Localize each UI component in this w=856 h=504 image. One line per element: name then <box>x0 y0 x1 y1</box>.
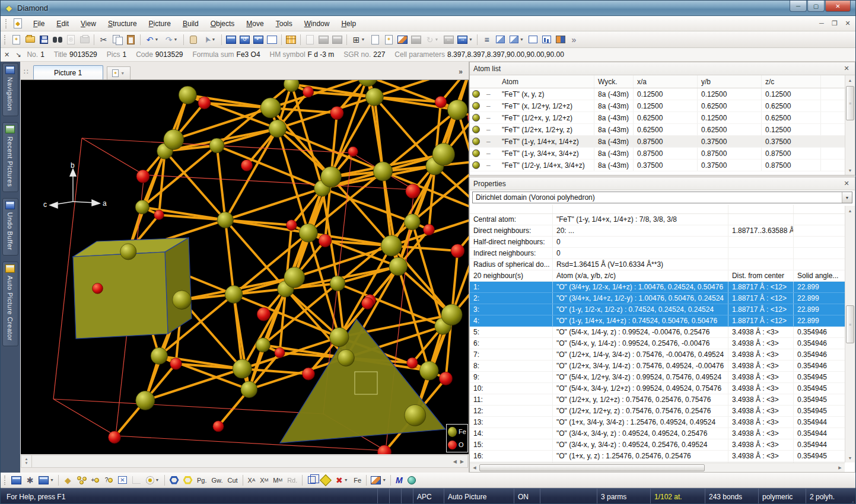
diagram-bars-icon[interactable] <box>540 33 553 46</box>
title-bar[interactable]: ◆ Diamond ─ ▢ ✕ <box>1 1 855 16</box>
goto-record-icon[interactable]: ↘ <box>15 51 21 59</box>
picture-dialog-icon[interactable] <box>9 474 23 487</box>
export-sheet-icon[interactable] <box>330 33 344 46</box>
pointer-select-icon[interactable]: ➤▼ <box>200 33 219 46</box>
close-button[interactable]: ✕ <box>825 1 851 12</box>
print-icon[interactable] <box>78 33 91 46</box>
angle-monitor-icon[interactable]: △ <box>526 33 540 46</box>
menu-build[interactable]: Build <box>177 17 205 30</box>
neighbor-row[interactable]: 10:"O" (5/4-x, 3/4-y, 1/2+z) : 0.99524, … <box>470 383 845 394</box>
scroll-updown-buttons[interactable]: ▲▼ <box>21 455 32 467</box>
neighbor-row[interactable]: 13:"O" (1+x, 3/4-y, 3/4-z) : 1.25476, 0.… <box>470 417 845 428</box>
atom-row[interactable]: –"FeT" (1/2+x, 1/2+y, z)8a (-43m)0.62500… <box>470 124 855 136</box>
save-icon[interactable] <box>37 33 50 46</box>
picture-revert-icon[interactable]: ↶ <box>252 33 265 46</box>
export-picture-icon[interactable]: →▼ <box>456 33 475 46</box>
print-preview-icon[interactable]: ◎ <box>64 33 78 46</box>
color-table-icon[interactable] <box>553 33 567 46</box>
growth-label-icon[interactable]: Gw. <box>209 474 225 487</box>
property-row[interactable]: Indirect neighbours:0 <box>470 248 845 259</box>
blank-picture-icon[interactable] <box>368 33 382 46</box>
atom-list-scrollbar[interactable]: ▲ ≡ ▼ <box>845 75 855 175</box>
bottom-toolbar-grip[interactable] <box>4 476 7 485</box>
coordination-sphere-icon[interactable]: ▼ <box>143 474 162 487</box>
connect-lattice-icon[interactable] <box>116 474 129 487</box>
xa-label-icon[interactable]: XA <box>246 474 258 487</box>
menu-move[interactable]: Move <box>240 17 269 30</box>
property-row[interactable]: Half-direct neighbours:0 <box>470 237 845 248</box>
properties-hscrollbar[interactable]: ◀ ▶ <box>470 462 845 472</box>
neighbor-row[interactable]: 5:"O" (5/4-x, 1/4-y, z) : 0.99524, -0.00… <box>470 327 845 338</box>
build-wizard-icon[interactable]: ✱ <box>23 474 37 487</box>
new-document-icon[interactable]: ✶ <box>9 33 23 46</box>
properties-scrollbar[interactable]: ▲ ≡ ▼ <box>845 206 855 462</box>
cut-label-icon[interactable]: Cut <box>225 474 240 487</box>
navigation-panel-icon[interactable] <box>224 33 238 46</box>
toolbar-overflow-icon[interactable]: » <box>567 33 581 46</box>
menu-tools[interactable]: Tools <box>270 17 298 30</box>
neighbor-row[interactable]: 4:"O" (1-y, 1/4+x, 1/4+z) : 0.74524, 0.5… <box>470 315 845 327</box>
add-atom-icon[interactable]: + <box>88 474 102 487</box>
list-view-icon[interactable]: ≡ <box>480 33 494 46</box>
tab-grid-icon[interactable]: ∷ <box>24 68 28 76</box>
render-shaded-icon[interactable]: ▼ <box>507 33 526 46</box>
scroll-leftright-buttons[interactable]: ◀▶ <box>453 459 467 464</box>
menu-grip[interactable] <box>5 19 8 28</box>
picture-clock-icon[interactable]: ↻▼ <box>423 33 442 46</box>
paste-icon[interactable] <box>124 33 138 46</box>
neighbor-table-header[interactable]: 20 neighbour(s) Atom (x/a, y/b, z/c) Dis… <box>470 270 845 282</box>
neighbor-row[interactable]: 16:"O" (1+x, y, z) : 1.25476, 0.25476, 0… <box>470 451 845 462</box>
copy-icon[interactable] <box>110 33 124 46</box>
diamond-file-icon[interactable]: ◆ <box>11 18 23 30</box>
send-picture-icon[interactable] <box>317 33 330 46</box>
find-binoculars-icon[interactable] <box>50 33 64 46</box>
menu-help[interactable]: Help <box>335 17 362 30</box>
atoms-cluster-icon[interactable] <box>75 474 88 487</box>
polygon-yellow-icon[interactable] <box>181 474 195 487</box>
picture-ball-icon[interactable] <box>405 474 419 487</box>
sidebar-tab-auto-picture-creator[interactable]: Auto Picture Creator <box>2 261 18 346</box>
xm-label-icon[interactable]: XM <box>257 474 271 487</box>
neighbor-row[interactable]: 6:"O" (5/4-x, y, 1/4-z) : 0.99524, 0.254… <box>470 338 845 349</box>
neighbor-row[interactable]: 9:"O" (5/4-x, 1/2+y, 3/4-z) : 0.99524, 0… <box>470 372 845 383</box>
menu-window[interactable]: Window <box>298 17 336 30</box>
menu-objects[interactable]: Objects <box>205 17 241 30</box>
orientation-icon[interactable] <box>319 474 332 487</box>
unit-cell-icon[interactable] <box>305 474 319 487</box>
sidebar-tab-undo-buffer[interactable]: Undo Buffer <box>2 198 18 256</box>
new-picture-icon[interactable]: ✶ <box>382 33 396 46</box>
polygon-blue-icon[interactable] <box>167 474 181 487</box>
viewport-scroll-strip[interactable]: ▲▼ ◀▶ <box>21 455 468 468</box>
neighbor-row[interactable]: 15:"O" (3/4-x, y, 3/4-z) : 0.49524, 0.25… <box>470 439 845 451</box>
mdi-close-button[interactable]: ✕ <box>844 20 852 27</box>
fe-atom-icon[interactable]: Fe <box>351 474 364 487</box>
copy-picture-icon[interactable] <box>396 33 409 46</box>
atom-list-close-icon[interactable]: ✕ <box>842 65 851 72</box>
atom-row[interactable]: –"FeT" (1-y, 1/4+x, 1/4+z)8a (-43m)0.875… <box>470 136 855 148</box>
cut-icon[interactable]: ✂ <box>97 33 110 46</box>
picture-history-icon[interactable]: ↺ <box>238 33 252 46</box>
paste-picture-icon[interactable] <box>303 33 317 46</box>
view-options-icon[interactable]: ▼ <box>37 474 56 487</box>
structure-viewport[interactable]: bac Fe O <box>21 79 469 454</box>
mdi-minimize-button[interactable]: ─ <box>817 20 826 27</box>
atom-row[interactable]: –"FeT" (x, y, z)8a (-43m)0.125000.125000… <box>470 88 855 100</box>
tab-picture-1[interactable]: Picture 1 <box>33 65 103 79</box>
resize-grip[interactable]: ⣠ <box>847 489 855 504</box>
neighbor-row[interactable]: 14:"O" (3/4-x, 3/4-y, z) : 0.49524, 0.49… <box>470 428 845 439</box>
minimize-button[interactable]: ─ <box>790 1 807 12</box>
close-record-icon[interactable]: ✕ <box>4 51 9 59</box>
rd-label-icon[interactable]: Rd. <box>285 474 300 487</box>
property-row[interactable]: Central atom:"FeT" (1-y, 1/4+x, 1/4+z) :… <box>470 214 845 225</box>
grid-view-icon[interactable]: ⊞▼ <box>349 33 368 46</box>
data-sheet-icon[interactable] <box>284 33 298 46</box>
neighbor-row[interactable]: 2:"O" (3/4+x, 1/4+z, 1/2-y) : 1.00476, 0… <box>470 293 845 304</box>
atom-list-column-header[interactable]: Atom Wyck. x/a y/b z/c <box>470 75 855 88</box>
menu-file[interactable]: File <box>27 17 50 30</box>
sidebar-tab-navigation[interactable]: Navigation <box>2 63 18 116</box>
property-row[interactable]: Direct neighbours:20: ...1.88717..3.6358… <box>470 225 845 237</box>
neighbor-row[interactable]: 12:"O" (1/2+x, 1/2+y, z) : 0.75476, 0.75… <box>470 406 845 417</box>
import-picture-icon[interactable]: ← <box>442 33 456 46</box>
properties-close-icon[interactable]: ✕ <box>842 180 851 187</box>
atom-query-icon[interactable]: ? <box>102 474 116 487</box>
